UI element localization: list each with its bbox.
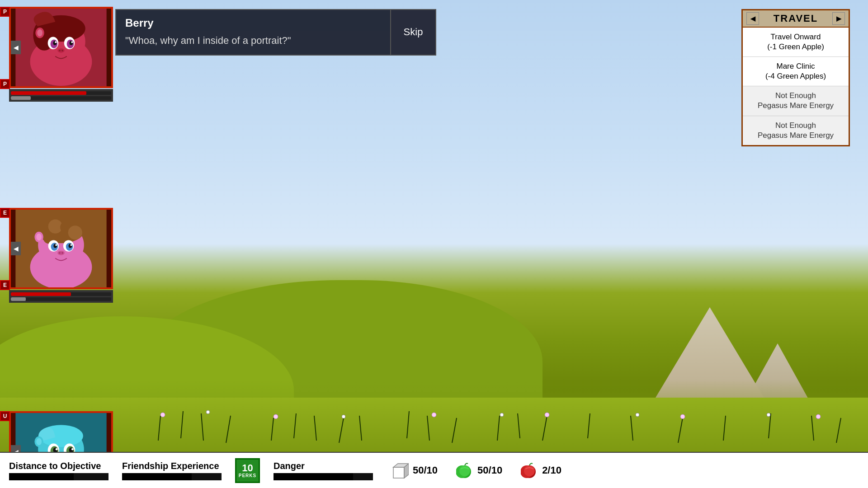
berry-badge: P: [0, 7, 10, 17]
berry-arrow[interactable]: ◀: [11, 41, 21, 54]
curly-energy-fill: [11, 297, 26, 301]
scene-decoration: [0, 361, 868, 461]
berry-energy-bar: [11, 96, 111, 100]
svg-line-8: [226, 416, 231, 443]
svg-point-31: [274, 414, 278, 419]
cube-resource: 50/10: [391, 461, 438, 479]
svg-point-33: [432, 413, 436, 417]
travel-option-clinic[interactable]: Mare Clinic(-4 Green Apples): [743, 57, 849, 86]
svg-point-57: [37, 29, 42, 37]
svg-line-15: [427, 416, 429, 441]
perks-text: PERKS: [239, 473, 256, 478]
friendship-bar-fill: [122, 473, 192, 480]
svg-line-9: [271, 418, 274, 441]
svg-line-19: [542, 416, 547, 441]
svg-line-10: [294, 413, 296, 438]
travel-header: ◀ TRAVEL ▶: [743, 10, 849, 28]
travel-prev-button[interactable]: ◀: [746, 12, 759, 25]
svg-point-53: [57, 48, 65, 53]
danger-label: Danger: [274, 461, 373, 471]
green-apple-count: 50/10: [477, 465, 502, 476]
svg-point-39: [816, 414, 821, 419]
svg-line-12: [339, 418, 344, 443]
svg-point-75: [57, 251, 65, 255]
berry-bars: [9, 89, 113, 102]
status-bar: Distance to Objective Friendship Experie…: [0, 452, 868, 488]
svg-line-25: [811, 416, 814, 441]
curly-bars: [9, 290, 113, 303]
danger-bar-fill: [274, 473, 353, 480]
curly-portrait: [11, 210, 111, 287]
svg-point-35: [545, 413, 549, 417]
travel-next-button[interactable]: ▶: [832, 12, 845, 25]
svg-point-34: [500, 413, 504, 417]
curly-hp-fill: [11, 292, 71, 296]
distance-section: Distance to Objective: [9, 461, 108, 480]
svg-point-76: [59, 252, 61, 254]
cube-count: 50/10: [413, 465, 438, 476]
friendship-label: Friendship Experience: [122, 461, 222, 471]
svg-line-16: [452, 418, 457, 443]
berry-portrait: [11, 9, 111, 86]
svg-line-18: [518, 413, 520, 438]
svg-point-94: [36, 438, 42, 446]
friendship-bar-track: [122, 473, 222, 480]
svg-line-22: [678, 418, 683, 443]
svg-line-26: [836, 418, 841, 443]
dialog-skip-button[interactable]: Skip: [390, 10, 435, 55]
svg-point-30: [206, 410, 210, 414]
danger-bar-track: [274, 473, 373, 480]
curly-portrait-frame: ◀: [9, 208, 113, 289]
curly-hp-bar: [11, 292, 111, 296]
svg-point-55: [61, 50, 63, 52]
red-apple-resource: 2/10: [520, 461, 561, 479]
distance-bar-track: [9, 473, 108, 480]
curly-arrow[interactable]: ◀: [11, 242, 21, 255]
dialog-text-area: Berry "Whoa, why am I inside of a portra…: [116, 10, 390, 55]
svg-line-5: [158, 416, 160, 441]
svg-point-77: [61, 252, 63, 254]
svg-point-90: [56, 448, 58, 450]
green-apple-icon: [456, 461, 474, 479]
curly-badge: E: [0, 208, 10, 218]
perks-badge: 10 PERKS: [235, 458, 260, 483]
svg-point-36: [636, 413, 639, 417]
character-panels: P ◀: [0, 0, 113, 294]
svg-point-51: [55, 41, 57, 43]
berry-badge-bottom: P: [0, 79, 10, 89]
svg-point-32: [342, 415, 345, 418]
distance-bar-fill: [9, 473, 74, 480]
cube-icon: [391, 461, 409, 479]
svg-point-54: [59, 50, 61, 52]
dialog-speaker: Berry: [125, 17, 381, 29]
svg-line-20: [588, 413, 590, 438]
svg-line-21: [631, 416, 633, 441]
travel-option-pegasus1: Not EnoughPegasus Mare Energy: [743, 86, 849, 116]
berry-portrait-frame: ◀: [9, 7, 113, 88]
svg-line-14: [407, 411, 409, 438]
character-curly: E ◀: [0, 208, 113, 303]
svg-line-11: [314, 416, 316, 441]
perks-number: 10: [242, 463, 253, 473]
distance-label: Distance to Objective: [9, 461, 108, 471]
game-background: [0, 0, 868, 488]
travel-option-onward[interactable]: Travel Onward(-1 Green Apple): [743, 28, 849, 57]
svg-point-100: [459, 465, 470, 476]
svg-line-23: [723, 416, 726, 441]
berry-hp-fill: [11, 91, 86, 95]
travel-option-pegasus2: Not EnoughPegasus Mare Energy: [743, 116, 849, 145]
svg-line-13: [359, 416, 362, 441]
svg-point-91: [71, 448, 74, 450]
berry-energy-fill: [11, 96, 31, 100]
svg-point-52: [71, 41, 73, 43]
dialog-box: Berry "Whoa, why am I inside of a portra…: [115, 9, 436, 56]
red-apple-icon: [520, 461, 538, 479]
travel-title: TRAVEL: [774, 13, 818, 24]
green-apple-resource: 50/10: [456, 461, 502, 479]
svg-point-73: [55, 244, 57, 246]
cyan-badge: U: [0, 411, 10, 421]
svg-point-37: [680, 414, 685, 419]
travel-panel: ◀ TRAVEL ▶ Travel Onward(-1 Green Apple)…: [741, 9, 850, 146]
curly-energy-bar: [11, 297, 111, 301]
svg-line-6: [181, 411, 183, 438]
